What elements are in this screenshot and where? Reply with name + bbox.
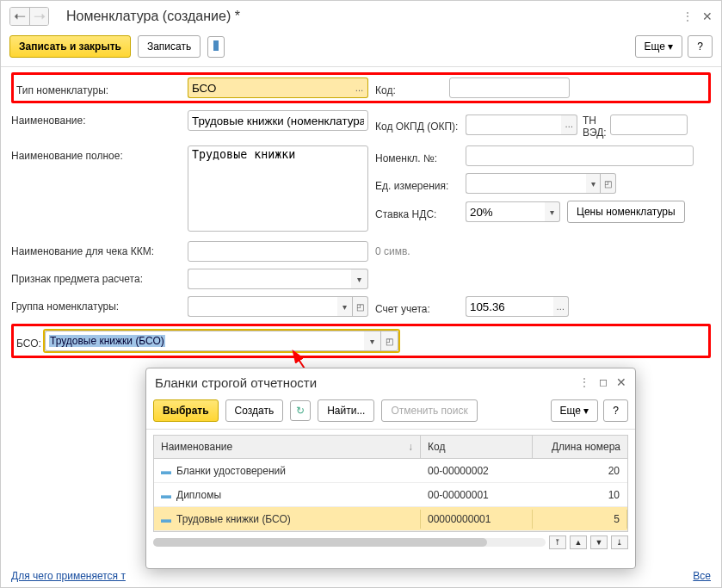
okpd-select-button[interactable]: … — [561, 115, 577, 135]
label-nomno: Номенкл. №: — [375, 148, 466, 164]
col-len-header[interactable]: Длина номера — [533, 436, 627, 458]
bso-input[interactable]: Трудовые книжки (БСО) — [45, 331, 364, 351]
label-okpd: Код ОКПД (ОКП): — [375, 116, 466, 133]
item-icon: ▬ — [161, 465, 171, 477]
popup-refresh-button[interactable]: ↻ — [290, 400, 311, 421]
table-row-selected[interactable]: ▬Трудовые книжки (БСО) 00000000001 5 — [154, 507, 627, 531]
label-code: Код: — [375, 80, 449, 96]
type-input[interactable] — [188, 77, 351, 98]
popup-help-button[interactable]: ? — [603, 399, 628, 422]
unit-open-button[interactable]: ◰ — [601, 173, 616, 194]
popup-title: Бланки строгой отчетности — [155, 375, 317, 390]
report-icon — [213, 40, 219, 51]
fullname-input[interactable]: Трудовые книжки — [188, 145, 368, 232]
tnved-input[interactable] — [610, 115, 688, 135]
chevron-down-icon: ▾ — [583, 405, 589, 417]
name-input[interactable] — [188, 110, 368, 131]
all-link[interactable]: Все — [693, 570, 711, 582]
col-name-header[interactable]: Наименование↓ — [154, 436, 421, 458]
window-title: Номенклатура (создание) * — [66, 9, 240, 24]
table-row[interactable]: ▬Бланки удостоверений 00-00000002 20 — [154, 459, 627, 483]
help-link[interactable]: Для чего применяется т — [11, 570, 126, 582]
kkm-input[interactable] — [188, 241, 368, 262]
bso-picker-popup: Бланки строгой отчетности ⋮ ◻ ✕ Выбрать … — [145, 368, 636, 569]
label-group: Группа номенклатуры: — [11, 296, 188, 313]
group-input[interactable] — [188, 296, 337, 317]
h-scrollbar[interactable] — [153, 538, 546, 547]
account-input[interactable] — [466, 296, 553, 317]
kebab-icon[interactable]: ⋮ — [682, 9, 694, 23]
table-row[interactable]: ▬Дипломы 00-00000001 10 — [154, 483, 627, 507]
label-kkm: Наименование для чека ККМ: — [11, 241, 188, 257]
popup-cancel-find-button[interactable]: Отменить поиск — [381, 399, 477, 422]
symbol-count: 0 симв. — [375, 241, 410, 257]
scroll-up-button[interactable]: ▲ — [570, 535, 587, 549]
help-button[interactable]: ? — [688, 35, 713, 58]
scroll-last-button[interactable]: ⤓ — [611, 535, 628, 549]
prices-button[interactable]: Цены номенклатуры — [567, 201, 685, 223]
label-bso: БСО: — [16, 333, 43, 350]
scroll-down-button[interactable]: ▼ — [590, 535, 608, 549]
bso-open-button[interactable]: ◰ — [381, 331, 398, 351]
label-account: Счет учета: — [375, 299, 466, 315]
report-icon-button[interactable] — [207, 36, 225, 58]
close-icon[interactable]: ✕ — [702, 9, 713, 23]
label-name: Наименование: — [11, 110, 188, 127]
popup-find-button[interactable]: Найти... — [318, 399, 374, 422]
window-titlebar: 🠐 🠒 Номенклатура (создание) * ⋮ ✕ — [1, 1, 721, 32]
subject-input[interactable] — [188, 269, 351, 289]
chevron-down-icon: ▾ — [668, 40, 673, 53]
bso-dropdown-button[interactable]: ▾ — [364, 331, 381, 351]
label-fullname: Наименование полное: — [11, 145, 188, 162]
nav-back-button[interactable]: 🠐 — [10, 8, 29, 25]
main-toolbar: Записать и закрыть Записать Еще ▾ ? — [1, 32, 721, 67]
label-subject: Признак предмета расчета: — [11, 269, 188, 285]
okpd-input[interactable] — [466, 115, 561, 135]
refresh-icon: ↻ — [296, 405, 305, 417]
popup-select-button[interactable]: Выбрать — [153, 399, 219, 422]
bso-grid: Наименование↓ Код Длина номера ▬Бланки у… — [153, 435, 628, 532]
group-dropdown-button[interactable]: ▾ — [337, 296, 353, 317]
group-open-button[interactable]: ◰ — [353, 296, 368, 317]
label-unit: Ед. измерения: — [375, 176, 466, 192]
save-close-button[interactable]: Записать и закрыть — [9, 35, 131, 58]
item-icon: ▬ — [161, 513, 171, 525]
unit-input[interactable] — [466, 173, 586, 194]
scroll-first-button[interactable]: ⤒ — [549, 535, 566, 549]
type-select-button[interactable]: … — [351, 77, 368, 98]
popup-close-icon[interactable]: ✕ — [616, 375, 626, 389]
account-select-button[interactable]: … — [553, 296, 570, 317]
popup-kebab-icon[interactable]: ⋮ — [578, 375, 590, 389]
save-button[interactable]: Записать — [138, 35, 201, 58]
label-type: Тип номенклатуры: — [16, 80, 188, 96]
popup-restore-icon[interactable]: ◻ — [599, 376, 608, 388]
nav-forward-button[interactable]: 🠒 — [29, 8, 48, 25]
code-input[interactable] — [449, 77, 570, 98]
popup-create-button[interactable]: Создать — [225, 399, 284, 422]
unit-dropdown-button[interactable]: ▾ — [586, 173, 602, 194]
subject-dropdown-button[interactable]: ▾ — [351, 269, 368, 289]
label-tnved: ТН ВЭД: — [577, 110, 610, 139]
sort-down-icon: ↓ — [408, 441, 413, 453]
item-icon: ▬ — [161, 489, 171, 501]
nomno-input[interactable] — [466, 145, 694, 166]
vat-dropdown-button[interactable]: ▾ — [545, 201, 560, 222]
popup-more-button[interactable]: Еще ▾ — [551, 399, 599, 422]
label-vat: Ставка НДС: — [375, 204, 466, 220]
vat-input[interactable] — [466, 201, 545, 222]
col-code-header[interactable]: Код — [421, 436, 533, 458]
more-button[interactable]: Еще ▾ — [635, 35, 683, 58]
